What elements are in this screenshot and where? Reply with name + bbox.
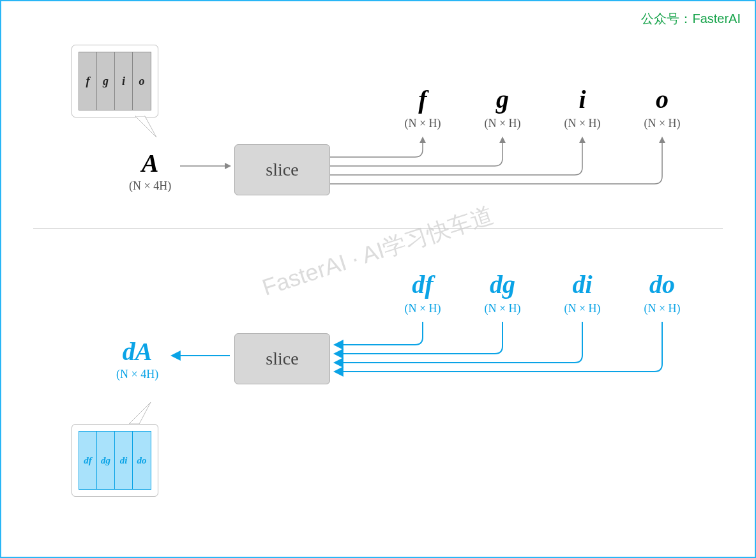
- backward-input-do: do (N × H): [630, 269, 694, 315]
- forward-output-symbol: f: [391, 84, 455, 114]
- backward-input-symbol: dg: [471, 269, 534, 299]
- forward-matrix-col: o: [133, 52, 151, 110]
- forward-output-o: o (N × H): [630, 84, 694, 130]
- backward-input-symbol: di: [550, 269, 614, 299]
- backward-matrix-col: dg: [97, 432, 115, 489]
- forward-matrix-col: g: [97, 52, 115, 110]
- backward-slice-op: slice: [234, 333, 330, 384]
- backward-input-df: df (N × H): [391, 269, 455, 315]
- forward-output-i: i (N × H): [550, 84, 614, 130]
- backward-input-dim: (N × H): [630, 302, 694, 315]
- forward-output-f: f (N × H): [391, 84, 455, 130]
- backward-matrix-callout: df dg di do: [72, 424, 158, 497]
- forward-input-var-dim: (N × 4H): [129, 179, 171, 193]
- forward-output-symbol: i: [550, 84, 614, 114]
- forward-matrix-col: f: [79, 52, 97, 110]
- forward-output-dim: (N × H): [391, 117, 455, 130]
- forward-output-dim: (N × H): [471, 117, 534, 130]
- forward-slice-label: slice: [266, 160, 298, 180]
- backward-output-var-dim: (N × 4H): [116, 368, 158, 381]
- backward-input-dim: (N × H): [550, 302, 614, 315]
- forward-matrix-callout: f g i o: [72, 45, 158, 117]
- backward-output-var: dA (N × 4H): [116, 336, 158, 381]
- backward-output-var-symbol: dA: [116, 336, 158, 366]
- backward-matrix-col: di: [115, 432, 133, 489]
- backward-input-di: di (N × H): [550, 269, 614, 315]
- backward-matrix-col: df: [79, 432, 97, 489]
- forward-output-dim: (N × H): [630, 117, 694, 130]
- forward-output-symbol: o: [630, 84, 694, 114]
- watermark: FasterAI · AI学习快车道: [259, 199, 498, 303]
- diagram-frame: 公众号：FasterAI FasterAI · AI学习快车道 f g i o …: [0, 0, 756, 558]
- backward-input-symbol: df: [391, 269, 455, 299]
- backward-matrix: df dg di do: [79, 431, 151, 490]
- forward-input-var-symbol: A: [129, 148, 171, 178]
- attribution: 公众号：FasterAI: [641, 10, 741, 27]
- forward-output-symbol: g: [471, 84, 534, 114]
- backward-input-symbol: do: [630, 269, 694, 299]
- section-divider: [33, 228, 723, 229]
- forward-slice-op: slice: [234, 144, 330, 195]
- forward-output-dim: (N × H): [550, 117, 614, 130]
- forward-input-var: A (N × 4H): [129, 148, 171, 193]
- backward-input-dg: dg (N × H): [471, 269, 534, 315]
- forward-matrix: f g i o: [79, 52, 151, 110]
- backward-slice-label: slice: [266, 349, 298, 369]
- backward-input-dim: (N × H): [471, 302, 534, 315]
- backward-matrix-col: do: [133, 432, 151, 489]
- forward-matrix-col: i: [115, 52, 133, 110]
- forward-output-g: g (N × H): [471, 84, 534, 130]
- backward-input-dim: (N × H): [391, 302, 455, 315]
